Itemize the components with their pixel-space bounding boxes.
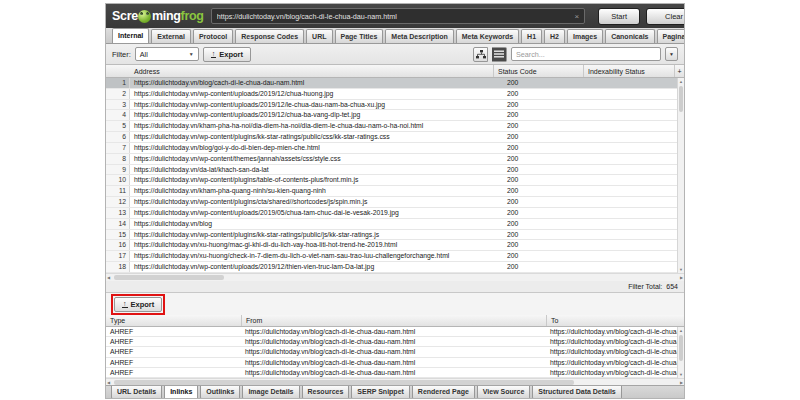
table-row[interactable]: 14https://dulichtoday.vn/blog200 — [106, 219, 684, 230]
inlink-row[interactable]: AHREFhttps://dulichtoday.vn/blog/cach-di… — [106, 358, 684, 368]
table-row[interactable]: 7https://dulichtoday.vn/blog/goi-y-do-di… — [106, 143, 684, 154]
tab-meta-keywords[interactable]: Meta Keywords — [456, 29, 519, 43]
inlinks-horizontal-scrollbar[interactable]: ◀ ▶ — [106, 378, 684, 385]
tab-h2[interactable]: H2 — [544, 29, 565, 43]
tab-response-codes[interactable]: Response Codes — [235, 29, 304, 43]
address-cell: https://dulichtoday.vn/wp-content/upload… — [130, 110, 503, 120]
bottom-tab-url-details[interactable]: URL Details — [111, 386, 162, 399]
tab-external[interactable]: External — [151, 29, 191, 43]
table-row[interactable]: 16https://dulichtoday.vn/xu-huong/mac-gi… — [106, 240, 684, 251]
address-cell: https://dulichtoday.vn/blog — [130, 219, 503, 229]
table-row[interactable]: 3https://dulichtoday.vn/wp-content/uploa… — [106, 100, 684, 111]
scroll-left-icon[interactable]: ◀ — [107, 380, 110, 385]
address-cell: https://dulichtoday.vn/wp-content/themes… — [130, 154, 503, 164]
tab-images[interactable]: Images — [567, 29, 603, 43]
add-column-button[interactable]: + — [674, 65, 684, 77]
table-row[interactable]: 15https://dulichtoday.vn/wp-content/plug… — [106, 230, 684, 241]
tab-meta-description[interactable]: Meta Description — [385, 29, 453, 43]
indexability-column-header[interactable]: Indexability Status — [583, 65, 674, 77]
status-code-column-header[interactable]: Status Code — [493, 65, 583, 77]
search-options-chevron-icon[interactable]: ▼ — [665, 47, 678, 61]
inlinks-toolbar: ↑ Export — [106, 293, 684, 315]
scroll-left-icon[interactable]: ◀ — [107, 275, 110, 280]
table-vertical-scrollbar[interactable]: ▲▼ — [677, 78, 684, 273]
bottom-tab-structured-data-details[interactable]: Structured Data Details — [532, 386, 621, 399]
red-highlight-annotation: ↑ Export — [111, 294, 165, 315]
table-row[interactable]: 8https://dulichtoday.vn/wp-content/theme… — [106, 154, 684, 165]
tab-internal[interactable]: Internal — [112, 28, 149, 43]
table-horizontal-scrollbar[interactable]: ◀ ▶ — [106, 273, 684, 281]
status-code-cell: 200 — [503, 240, 593, 250]
table-row[interactable]: 10https://dulichtoday.vn/wp-content/plug… — [106, 175, 684, 186]
table-row[interactable]: 6https://dulichtoday.vn/wp-content/plugi… — [106, 132, 684, 143]
link-to-cell: https://dulichtoday.vn/blog/cach-di-le-c… — [546, 347, 684, 356]
inlinks-vertical-scrollbar[interactable]: ▲▼ — [677, 327, 684, 378]
bottom-tab-outlinks[interactable]: Outlinks — [200, 386, 240, 399]
inlink-row[interactable]: AHREFhttps://dulichtoday.vn/blog/cach-di… — [106, 337, 684, 347]
table-row[interactable]: 9https://dulichtoday.vn/da-lat/khach-san… — [106, 165, 684, 176]
type-column-header[interactable]: Type — [106, 315, 241, 326]
table-row[interactable]: 2https://dulichtoday.vn/wp-content/uploa… — [106, 89, 684, 100]
inlink-row[interactable]: AHREFhttps://dulichtoday.vn/blog/cach-di… — [106, 347, 684, 357]
table-row[interactable]: 1https://dulichtoday.vn/blog/cach-di-le-… — [106, 78, 684, 89]
address-cell: https://dulichtoday.vn/wp-content/plugin… — [130, 197, 503, 207]
export-button-top[interactable]: ↑ Export — [203, 47, 251, 62]
clear-url-icon[interactable]: × — [575, 12, 580, 21]
to-column-header[interactable]: To — [546, 315, 684, 326]
start-button[interactable]: Start — [598, 8, 640, 25]
inlink-row[interactable]: AHREFhttps://dulichtoday.vn/blog/cach-di… — [106, 368, 684, 378]
export-button-inlinks[interactable]: ↑ Export — [114, 297, 162, 312]
filter-total-label: Filter Total: — [628, 283, 662, 290]
scroll-right-icon[interactable]: ▶ — [680, 275, 683, 280]
clear-button[interactable]: Clear — [646, 8, 684, 25]
row-number: 16 — [106, 240, 130, 250]
scroll-up-icon[interactable]: ▲ — [678, 328, 684, 333]
tree-view-icon[interactable] — [473, 47, 488, 62]
bottom-tab-view-source[interactable]: View Source — [477, 386, 531, 399]
scroll-up-icon[interactable]: ▲ — [678, 79, 684, 84]
status-code-cell: 200 — [503, 132, 593, 142]
address-column-header[interactable]: Address — [130, 65, 493, 77]
indexability-cell — [593, 78, 684, 88]
tab-canonicals[interactable]: Canonicals — [605, 29, 654, 43]
bottom-tab-serp-snippet[interactable]: SERP Snippet — [351, 386, 410, 399]
address-cell: https://dulichtoday.vn/wp-content/plugin… — [130, 230, 503, 240]
from-column-header[interactable]: From — [241, 315, 546, 326]
tab-pagination[interactable]: Pagination — [657, 29, 685, 43]
table-row[interactable]: 11https://dulichtoday.vn/kham-pha-quang-… — [106, 186, 684, 197]
indexability-cell — [593, 219, 684, 229]
hscroll-thumb[interactable] — [114, 380, 574, 385]
tab-url[interactable]: URL — [306, 29, 332, 43]
inlink-row[interactable]: AHREFhttps://dulichtoday.vn/blog/cach-di… — [106, 327, 684, 337]
row-number: 2 — [106, 89, 130, 99]
url-input[interactable]: https://dulichtoday.vn/blog/cach-di-le-c… — [211, 8, 586, 24]
scroll-down-icon[interactable]: ▼ — [678, 372, 684, 377]
list-view-icon[interactable] — [492, 47, 507, 62]
tab-protocol[interactable]: Protocol — [193, 29, 233, 43]
filter-dropdown[interactable]: All ▼ — [135, 47, 199, 61]
link-from-cell: https://dulichtoday.vn/blog/cach-di-le-c… — [241, 368, 546, 377]
vscroll-thumb[interactable] — [679, 86, 683, 112]
chevron-down-icon: ▼ — [189, 51, 194, 57]
address-cell: https://dulichtoday.vn/kham-pha-ha-noi/d… — [130, 121, 503, 131]
link-from-cell: https://dulichtoday.vn/blog/cach-di-le-c… — [241, 327, 546, 336]
url-value: https://dulichtoday.vn/blog/cach-di-le-c… — [217, 12, 571, 21]
search-input[interactable] — [511, 47, 661, 61]
bottom-tab-resources[interactable]: Resources — [302, 386, 350, 399]
tab-page-titles[interactable]: Page Titles — [335, 29, 384, 43]
table-row[interactable]: 18https://dulichtoday.vn/wp-content/uplo… — [106, 262, 684, 273]
bottom-tab-rendered-page[interactable]: Rendered Page — [412, 386, 475, 399]
bottom-tab-image-details[interactable]: Image Details — [242, 386, 299, 399]
table-row[interactable]: 17https://dulichtoday.vn/xu-huong/check-… — [106, 251, 684, 262]
hscroll-thumb[interactable] — [114, 275, 224, 280]
address-cell: https://dulichtoday.vn/kham-pha-quang-ni… — [130, 186, 503, 196]
bottom-tab-inlinks[interactable]: Inlinks — [164, 386, 198, 399]
scroll-down-icon[interactable]: ▼ — [678, 267, 684, 272]
table-row[interactable]: 4https://dulichtoday.vn/wp-content/uploa… — [106, 110, 684, 121]
table-row[interactable]: 5https://dulichtoday.vn/kham-pha-ha-noi/… — [106, 121, 684, 132]
scroll-right-icon[interactable]: ▶ — [680, 380, 683, 385]
table-row[interactable]: 12https://dulichtoday.vn/wp-content/plug… — [106, 197, 684, 208]
vscroll-thumb[interactable] — [679, 335, 683, 361]
table-row[interactable]: 13https://dulichtoday.vn/wp-content/uplo… — [106, 208, 684, 219]
tab-h1[interactable]: H1 — [521, 29, 542, 43]
